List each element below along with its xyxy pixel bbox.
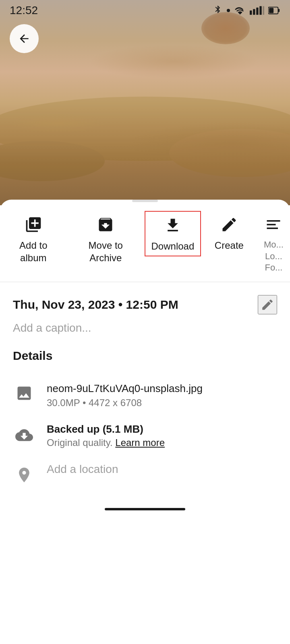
backup-detail-content: Backed up (5.1 MB) Original quality. Lea… bbox=[47, 423, 277, 448]
move-to-archive-label: Move to Archive bbox=[73, 239, 138, 264]
action-add-to-album[interactable]: Add to album bbox=[0, 211, 67, 267]
svg-rect-14 bbox=[267, 227, 278, 229]
action-create[interactable]: Create bbox=[201, 211, 257, 255]
svg-rect-7 bbox=[278, 9, 280, 12]
image-file-icon bbox=[13, 382, 35, 405]
learn-more-link[interactable]: Learn more bbox=[115, 437, 165, 448]
add-location-label: Add a location bbox=[47, 463, 277, 476]
status-time: 12:52 bbox=[10, 4, 38, 17]
pencil-icon bbox=[261, 298, 274, 312]
svg-rect-8 bbox=[269, 8, 273, 13]
add-to-album-label: Add to album bbox=[6, 239, 60, 264]
backup-subtitle: Original quality. Learn more bbox=[47, 437, 277, 448]
more-label: Mo...Lo...Fo... bbox=[264, 239, 284, 274]
archive-icon bbox=[95, 214, 116, 235]
cloud-backup-icon bbox=[13, 424, 35, 446]
back-arrow-icon bbox=[18, 32, 31, 45]
status-bar: 12:52 bbox=[0, 0, 290, 19]
svg-rect-4 bbox=[259, 6, 261, 15]
file-detail-content: neom-9uL7tKuVAq0-unsplash.jpg 30.0MP • 4… bbox=[47, 381, 277, 409]
create-label: Create bbox=[215, 239, 244, 252]
backup-title: Backed up (5.1 MB) bbox=[47, 423, 277, 436]
svg-rect-1 bbox=[250, 10, 252, 15]
actions-row: Add to album Move to Archive Download bbox=[0, 204, 290, 282]
location-pin-icon bbox=[13, 464, 35, 486]
wifi-icon bbox=[234, 6, 246, 15]
home-indicator bbox=[105, 508, 185, 510]
action-download[interactable]: Download bbox=[145, 211, 201, 256]
svg-point-0 bbox=[227, 9, 230, 12]
more-icon bbox=[263, 214, 284, 235]
bottom-sheet: Add to album Move to Archive Download bbox=[0, 200, 290, 510]
battery-icon bbox=[268, 6, 280, 15]
svg-rect-3 bbox=[256, 8, 258, 15]
add-to-album-icon bbox=[23, 214, 44, 235]
location-detail-row[interactable]: Add a location bbox=[13, 456, 277, 493]
action-move-to-archive[interactable]: Move to Archive bbox=[67, 211, 145, 267]
date-row: Thu, Nov 23, 2023 • 12:50 PM bbox=[13, 295, 277, 314]
file-detail-row: neom-9uL7tKuVAq0-unsplash.jpg 30.0MP • 4… bbox=[13, 374, 277, 416]
action-more[interactable]: Mo...Lo...Fo... bbox=[257, 211, 290, 277]
details-heading: Details bbox=[13, 349, 277, 363]
location-content: Add a location bbox=[47, 463, 277, 476]
caption-placeholder[interactable]: Add a caption... bbox=[13, 322, 277, 334]
backup-detail-row: Backed up (5.1 MB) Original quality. Lea… bbox=[13, 416, 277, 456]
info-section: Thu, Nov 23, 2023 • 12:50 PM Add a capti… bbox=[0, 282, 290, 493]
location-dot-icon bbox=[226, 8, 230, 12]
photo-area bbox=[0, 0, 290, 205]
edit-date-button[interactable] bbox=[258, 295, 277, 314]
bluetooth-icon bbox=[213, 5, 222, 16]
svg-rect-12 bbox=[267, 220, 280, 222]
drag-handle bbox=[132, 200, 158, 202]
svg-rect-13 bbox=[267, 224, 276, 225]
download-label: Download bbox=[151, 240, 195, 252]
back-button[interactable] bbox=[10, 24, 39, 53]
status-icons bbox=[213, 5, 280, 16]
download-icon bbox=[162, 215, 183, 236]
filename: neom-9uL7tKuVAq0-unsplash.jpg bbox=[47, 381, 277, 396]
signal-icon bbox=[250, 6, 264, 15]
svg-rect-2 bbox=[253, 9, 255, 14]
terrain-svg bbox=[0, 0, 290, 205]
svg-rect-5 bbox=[263, 6, 264, 15]
create-icon bbox=[219, 214, 240, 235]
date-text: Thu, Nov 23, 2023 • 12:50 PM bbox=[13, 298, 178, 312]
file-resolution: 30.0MP • 4472 x 6708 bbox=[47, 397, 277, 409]
